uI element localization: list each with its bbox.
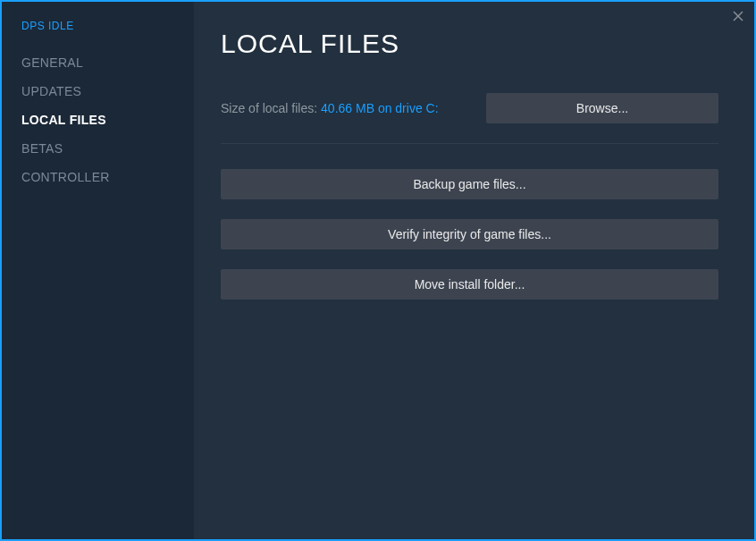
sidebar-item-betas[interactable]: BETAS <box>2 134 194 163</box>
divider <box>221 143 718 144</box>
sidebar-item-updates[interactable]: UPDATES <box>2 77 194 106</box>
main-panel: LOCAL FILES Size of local files: 40.66 M… <box>194 2 754 539</box>
size-row: Size of local files: 40.66 MB on drive C… <box>221 93 718 123</box>
sidebar-item-controller[interactable]: CONTROLLER <box>2 163 194 191</box>
close-button[interactable] <box>731 9 745 23</box>
backup-button[interactable]: Backup game files... <box>221 169 718 199</box>
size-value: 40.66 MB on drive C: <box>321 101 439 115</box>
sidebar-title: DPS IDLE <box>2 20 194 48</box>
sidebar-item-local-files[interactable]: LOCAL FILES <box>2 106 194 134</box>
sidebar-item-general[interactable]: GENERAL <box>2 48 194 77</box>
size-label: Size of local files: <box>221 101 321 115</box>
sidebar: DPS IDLE GENERAL UPDATES LOCAL FILES BET… <box>2 2 194 539</box>
page-title: LOCAL FILES <box>221 29 718 59</box>
size-text: Size of local files: 40.66 MB on drive C… <box>221 101 439 115</box>
move-button[interactable]: Move install folder... <box>221 269 718 300</box>
browse-button[interactable]: Browse... <box>486 93 718 123</box>
verify-button[interactable]: Verify integrity of game files... <box>221 219 718 249</box>
close-icon <box>733 11 743 21</box>
